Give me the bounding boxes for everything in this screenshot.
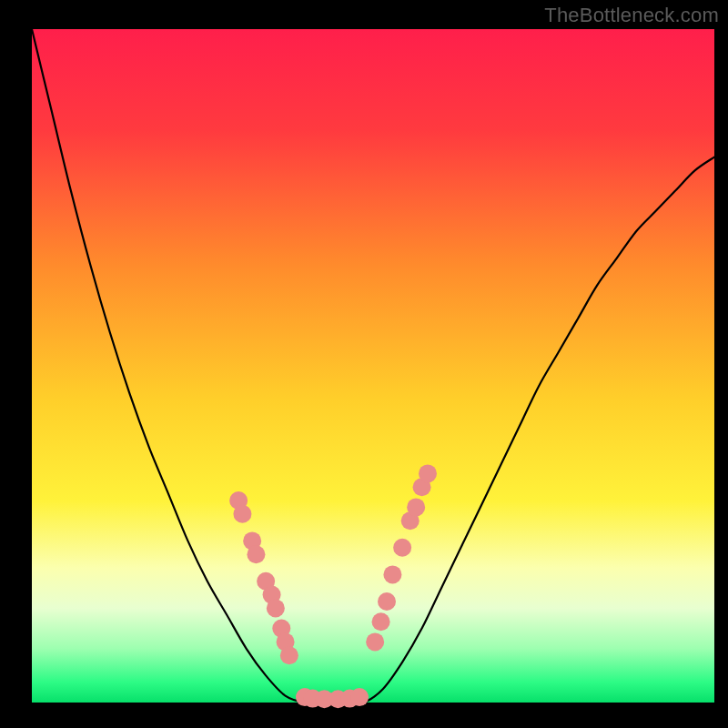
marker-point <box>383 565 401 583</box>
gradient-background <box>32 29 714 703</box>
marker-point <box>393 539 411 557</box>
marker-point <box>407 498 425 516</box>
marker-point <box>378 592 396 611</box>
marker-point <box>267 599 285 617</box>
marker-point <box>366 632 384 651</box>
marker-point <box>419 464 437 482</box>
marker-point <box>350 688 369 706</box>
marker-point <box>233 505 251 523</box>
watermark-text: TheBottleneck.com <box>544 4 719 27</box>
chart-stage: TheBottleneck.com <box>0 0 728 728</box>
marker-point <box>372 612 390 631</box>
marker-point <box>247 545 265 563</box>
bottleneck-chart <box>0 0 728 728</box>
marker-point <box>280 646 298 664</box>
